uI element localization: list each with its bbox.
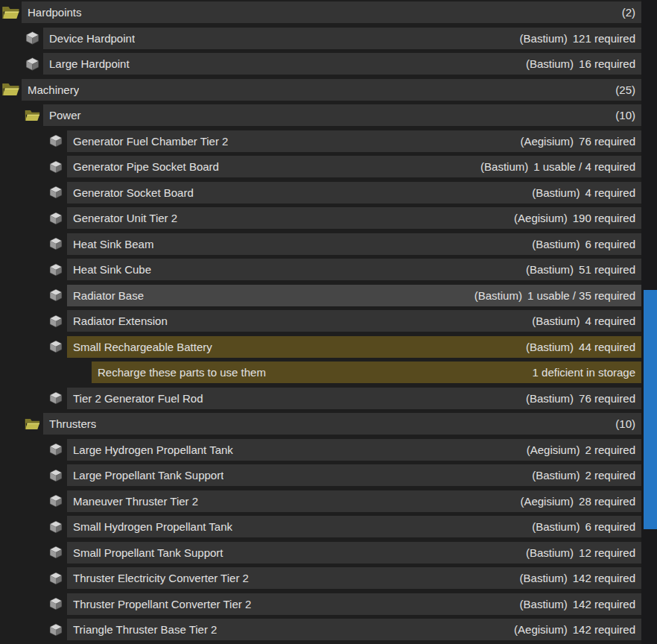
row-card[interactable]: Machinery(25) [22,79,641,101]
part-cube-icon [48,262,63,277]
row-right: (Aegisium)2 required [527,443,635,456]
row-card[interactable]: Generator Unit Tier 2(Aegisium)190 requi… [67,207,641,229]
part-list: Hardpoints(2)Device Hardpoint(Bastium)12… [0,1,641,644]
row-card[interactable]: Thruster Electricity Converter Tier 2(Ba… [67,567,641,589]
folder-row: Hardpoints(2) [0,1,641,23]
part-row: Triangle Thruster Base Tier 2(Aegisium)1… [0,619,641,640]
row-card[interactable]: Thrusters(10) [43,413,641,435]
note-row: Recharge these parts to use them1 defici… [0,362,641,383]
scrollbar-thumb[interactable] [644,290,657,529]
row-right: (Bastium)1 usable / 35 required [475,289,635,302]
amount-label: 142 required [573,623,635,636]
amount-label: 1 deficient in storage [533,366,635,379]
material-label: (Aegisium) [514,623,568,636]
folder-open-icon [25,107,40,123]
part-row: Large Propellant Tank Support(Bastium)2 … [0,464,641,486]
row-card[interactable]: Heat Sink Cube(Bastium)51 required [67,259,641,280]
part-cube-icon [48,185,63,200]
row-right: 1 deficient in storage [533,366,635,379]
row-right: (Bastium)76 required [526,392,635,405]
row-card[interactable]: Large Hardpoint(Bastium)16 required [43,53,641,75]
material-label: (Bastium) [520,598,568,610]
part-cube-icon [48,468,63,483]
row-card[interactable]: Tier 2 Generator Fuel Rod(Bastium)76 req… [67,388,641,409]
count-badge: (25) [615,83,635,96]
amount-label: 142 required [573,572,635,584]
row-right: (Bastium)142 required [520,572,635,584]
row-label: Maneuver Thruster Tier 2 [73,495,198,508]
part-row: Radiator Base(Bastium)1 usable / 35 requ… [0,285,641,306]
row-card[interactable]: Small Propellant Tank Support(Bastium)12… [67,542,641,564]
row-card[interactable]: Thruster Propellant Converter Tier 2(Bas… [67,593,641,615]
row-right: (Bastium)6 required [532,520,635,533]
row-label: Hardpoints [28,6,82,19]
row-label: Recharge these parts to use them [98,366,266,379]
row-card[interactable]: Small Hydrogen Propellant Tank(Bastium)6… [67,516,641,537]
note-card: Recharge these parts to use them1 defici… [92,362,641,383]
row-label: Heat Sink Cube [73,263,151,276]
material-label: (Bastium) [475,289,522,302]
folder-open-icon [25,416,40,432]
row-label: Generator Fuel Chamber Tier 2 [73,135,228,148]
row-right: (Bastium)12 required [526,546,635,559]
row-right: (Aegisium)28 required [520,495,635,508]
row-right: (2) [622,6,635,19]
row-right: (Bastium)16 required [526,57,635,70]
row-label: Generator Pipe Socket Board [73,160,219,173]
row-card[interactable]: Generator Socket Board(Bastium)4 require… [67,182,641,203]
row-label: Device Hardpoint [49,32,135,45]
row-card[interactable]: Large Propellant Tank Support(Bastium)2 … [67,464,641,486]
row-card[interactable]: Large Hydrogen Propellant Tank(Aegisium)… [67,439,641,461]
part-cube-icon [48,211,63,226]
row-right: (Bastium)44 required [526,341,635,353]
part-cube-icon [25,31,40,46]
part-row: Small Hydrogen Propellant Tank(Bastium)6… [0,516,641,537]
part-cube-icon [48,133,63,148]
row-card[interactable]: Radiator Base(Bastium)1 usable / 35 requ… [67,285,641,306]
row-label: Thruster Electricity Converter Tier 2 [73,572,249,584]
amount-label: 1 usable / 4 required [533,160,635,173]
count-badge: (10) [615,417,635,430]
folder-row: Thrusters(10) [0,413,641,435]
material-label: (Bastium) [526,392,574,405]
row-card[interactable]: Hardpoints(2) [22,1,641,23]
row-card[interactable]: Radiator Extension(Bastium)4 required [67,310,641,332]
amount-label: 4 required [585,315,635,327]
row-label: Small Propellant Tank Support [73,546,223,559]
folder-row: Power(10) [0,104,641,126]
row-label: Thruster Propellant Converter Tier 2 [73,598,251,610]
amount-label: 16 required [579,57,635,70]
row-card[interactable]: Heat Sink Beam(Bastium)6 required [67,233,641,255]
part-cube-icon [48,288,63,303]
part-cube-icon [25,56,40,72]
row-label: Triangle Thruster Base Tier 2 [73,623,217,636]
row-label: Radiator Base [73,289,144,302]
part-row: Maneuver Thruster Tier 2(Aegisium)28 req… [0,490,641,512]
amount-label: 121 required [573,32,635,45]
row-card[interactable]: Power(10) [43,104,641,126]
row-card[interactable]: Generator Pipe Socket Board(Bastium)1 us… [67,156,641,177]
row-right: (10) [615,417,635,430]
row-right: (Bastium)4 required [532,315,635,327]
material-label: (Bastium) [532,315,580,327]
row-right: (Aegisium)142 required [514,623,635,636]
part-row: Large Hardpoint(Bastium)16 required [0,53,641,75]
row-right: (10) [615,109,635,121]
material-label: (Aegisium) [520,495,574,508]
amount-label: 4 required [585,186,635,199]
row-card[interactable]: Device Hardpoint(Bastium)121 required [43,28,641,49]
row-card[interactable]: Triangle Thruster Base Tier 2(Aegisium)1… [67,619,641,640]
row-card[interactable]: Small Rechargeable Battery(Bastium)44 re… [67,336,641,358]
row-card[interactable]: Generator Fuel Chamber Tier 2(Aegisium)7… [67,130,641,152]
part-cube-icon [48,622,63,637]
row-label: Machinery [28,83,79,96]
scrollbar-track[interactable] [641,0,657,644]
row-card[interactable]: Maneuver Thruster Tier 2(Aegisium)28 req… [67,490,641,512]
part-cube-icon [48,314,63,329]
row-label: Generator Socket Board [73,186,194,199]
part-row: Generator Socket Board(Bastium)4 require… [0,182,641,203]
row-label: Large Propellant Tank Support [73,469,223,482]
material-label: (Bastium) [532,186,580,199]
amount-label: 12 required [579,546,635,559]
material-label: (Aegisium) [527,443,580,456]
